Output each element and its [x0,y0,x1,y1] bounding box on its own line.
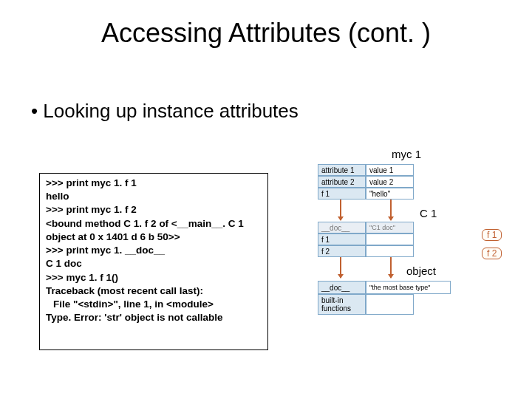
c1-f1-val [366,233,414,245]
code-line: >>> print myc 1. f 2 [46,204,137,215]
class-diagram: myc 1 attribute 1 value 1 attribute 2 va… [296,148,517,384]
myc1-f1-val: "hello" [366,188,414,200]
c1-f2-val [366,245,414,257]
f1-pill: f 1 [482,229,502,241]
bullet-text: Looking up instance attributes [31,100,299,123]
myc1-attr1-key: attribute 1 [318,164,366,176]
c1-f1-key: f 1 [318,233,366,245]
code-line: Traceback (most recent call last): [46,285,203,296]
myc1-label: myc 1 [392,148,421,160]
object-builtins-val [366,294,414,315]
object-builtins-key: built-in functions [318,294,366,315]
arrow-icon [340,257,341,278]
c1-doc-val: "C1 doc" [366,222,414,233]
c1-doc-key: __doc__ [318,222,366,233]
c1-label: C 1 [420,207,437,219]
object-doc-key: __doc__ [318,281,366,294]
myc1-attr2-key: attribute 2 [318,176,366,188]
code-line: C 1 doc [46,258,82,269]
code-line: <bound method C 1. f 2 of <__main__. C 1… [46,218,247,242]
code-line: >>> print myc 1. __doc__ [46,245,165,256]
arrow-icon [390,200,392,220]
myc1-attr2-val: value 2 [366,176,414,188]
code-line: Type. Error: 'str' object is not callabl… [46,312,222,323]
arrow-icon [390,257,392,278]
myc1-f1-key: f 1 [318,188,366,200]
c1-f2-key: f 2 [318,245,366,257]
object-doc-val: "the most base type" [366,281,451,294]
object-label: object [406,265,436,277]
code-block: >>> print myc 1. f 1 hello >>> print myc… [39,173,268,350]
code-line: hello [46,191,69,202]
arrow-icon [340,200,341,220]
code-line: >>> myc 1. f 1() [46,272,118,283]
code-line: >>> print myc 1. f 1 [46,177,137,188]
code-line: File "<stdin>", line 1, in <module> [46,298,214,311]
slide: Accessing Attributes (cont. ) Looking up… [0,0,532,399]
f2-pill: f 2 [482,248,502,259]
slide-title: Accessing Attributes (cont. ) [0,18,532,49]
myc1-attr1-val: value 1 [366,164,414,176]
